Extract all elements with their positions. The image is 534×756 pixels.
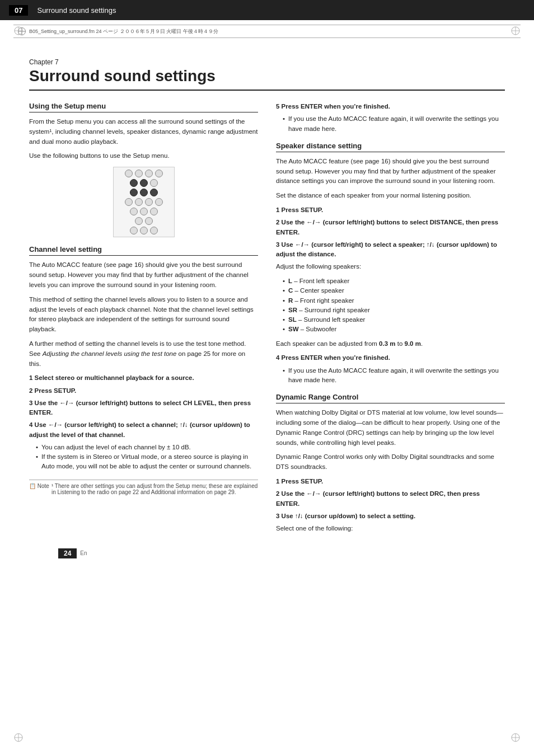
step5-bullets: If you use the Auto MCACC feature again,… <box>276 114 505 134</box>
step4-bullets: You can adjust the level of each channel… <box>29 443 258 472</box>
speaker-step3: 3 Use ←/→ (cursor left/right) to select … <box>276 240 505 260</box>
remote-btn <box>155 198 163 206</box>
drc-step3-sub: Select one of the following: <box>276 524 505 534</box>
right-column: 5 Press ENTER when you’re finished. If y… <box>276 102 505 538</box>
channel-para1: The Auto MCACC feature (see page 16) sho… <box>29 260 258 290</box>
remote-btn <box>145 217 153 225</box>
remote-graphic <box>113 167 175 237</box>
remote-btn <box>150 179 158 187</box>
remote-btn <box>130 179 138 187</box>
remote-btn <box>130 208 138 215</box>
remote-image <box>29 167 258 237</box>
main-content: Chapter 7 Surround sound settings Using … <box>0 38 534 558</box>
corner-mark-bl <box>13 732 24 743</box>
print-header: B05_Setting_up_surround.fm 24 ページ ２００６年５… <box>13 25 521 38</box>
speaker-para1: The Auto MCACC feature (see page 16) sho… <box>276 157 505 186</box>
remote-btn <box>150 227 158 234</box>
remote-btn <box>130 189 138 196</box>
speaker-L: L – Front left speaker <box>283 276 505 286</box>
step4-bullet1: You can adjust the level of each channel… <box>36 443 258 452</box>
step4-bullet2: If the system is in Stereo or Virtual mo… <box>36 452 258 472</box>
remote-btn <box>155 170 163 177</box>
remote-btn <box>140 179 148 187</box>
step1: 1 Select stereo or multichannel playback… <box>29 373 258 383</box>
speaker-para2: Set the distance of each speaker from yo… <box>276 191 505 201</box>
speaker-SR: SR – Surround right speaker <box>283 306 505 315</box>
chapter-title: Surround sound settings <box>29 67 505 91</box>
speaker-C: C – Center speaker <box>283 286 505 295</box>
speaker-range: Each speaker can be adjusted from 0.3 m … <box>276 339 505 349</box>
remote-btn <box>150 189 158 196</box>
page-number: 24 <box>58 548 77 558</box>
speaker-distance-section: Speaker distance setting The Auto MCACC … <box>276 142 505 385</box>
left-column: Using the Setup menu From the Setup menu… <box>29 102 258 538</box>
two-col-layout: Using the Setup menu From the Setup menu… <box>29 102 505 538</box>
drc-step2: 2 Use the ←/→ (cursor left/right) button… <box>276 489 505 509</box>
print-header-text: B05_Setting_up_surround.fm 24 ページ ２００６年５… <box>29 28 218 35</box>
note-box: 📋 Note ¹ There are other settings you ca… <box>29 480 258 495</box>
section-heading-drc: Dynamic Range Control <box>276 393 505 403</box>
speaker-step3-sub: Adjust the following speakers: <box>276 262 505 272</box>
remote-btn <box>135 217 143 225</box>
speaker-step1: 1 Press SETUP. <box>276 205 505 215</box>
remote-btn <box>135 170 143 177</box>
step4: 4 Use ←/→ (cursor left/right) to select … <box>29 420 258 440</box>
speaker-R: R – Front right speaker <box>283 296 505 306</box>
step3: 3 Use the ←/→ (cursor left/right) button… <box>29 398 258 418</box>
drc-para2: Dynamic Range Control works only with Do… <box>276 452 505 472</box>
setup-para2: Use the following buttons to use the Set… <box>29 151 258 161</box>
remote-btn <box>140 189 148 196</box>
speaker-step2: 2 Use the ←/→ (cursor left/right) button… <box>276 218 505 237</box>
channel-para3: A further method of setting the channel … <box>29 339 258 369</box>
chapter-label: Chapter 7 <box>29 58 505 66</box>
remote-btn <box>145 170 153 177</box>
note-text: ¹ There are other settings you can adjus… <box>51 483 258 495</box>
page-sub: En <box>80 550 87 556</box>
step2: 2 Press SETUP. <box>29 386 258 396</box>
corner-mark-tr <box>510 26 521 36</box>
remote-btn <box>140 227 148 234</box>
header-title: Surround sound settings <box>37 6 525 15</box>
drc-para1: When watching Dolby Digital or DTS mater… <box>276 408 505 448</box>
remote-btn <box>130 227 138 234</box>
header-bar: 07 Surround sound settings <box>0 0 534 20</box>
chapter-number: 07 <box>9 5 28 16</box>
drc-step3: 3 Use ↑/↓ (cursor up/down) to select a s… <box>276 511 505 521</box>
speaker-list: L – Front left speaker C – Center speake… <box>276 276 505 335</box>
remote-btn <box>125 170 133 177</box>
remote-btn <box>140 208 148 215</box>
step5-bullet1: If you use the Auto MCACC feature again,… <box>283 114 505 134</box>
corner-mark-tl <box>13 26 24 36</box>
drc-step1: 1 Press SETUP. <box>276 477 505 486</box>
corner-mark-br <box>510 732 521 743</box>
page-footer: 24 En <box>58 548 476 558</box>
remote-btn <box>125 198 133 206</box>
speaker-SW: SW – Subwoofer <box>283 325 505 334</box>
channel-para2: This method of setting the channel level… <box>29 295 258 335</box>
setup-para1: From the Setup menu you can access all t… <box>29 117 258 147</box>
drc-section: Dynamic Range Control When watching Dolb… <box>276 393 505 534</box>
section-heading-setup: Using the Setup menu <box>29 102 258 112</box>
speaker-step4: 4 Press ENTER when you’re finished. <box>276 353 505 363</box>
remote-btn <box>150 208 158 215</box>
step5: 5 Press ENTER when you’re finished. <box>276 102 505 111</box>
section-heading-channel: Channel level setting <box>29 245 258 256</box>
speaker-step4-bullets: If you use the Auto MCACC feature again,… <box>276 366 505 386</box>
speaker-SL: SL – Surround left speaker <box>283 315 505 325</box>
remote-btn <box>135 198 143 206</box>
note-icon: 📋 Note <box>29 483 49 495</box>
section-heading-speaker: Speaker distance setting <box>276 142 505 152</box>
speaker-step4-bullet1: If you use the Auto MCACC feature again,… <box>283 366 505 386</box>
remote-btn <box>145 198 153 206</box>
